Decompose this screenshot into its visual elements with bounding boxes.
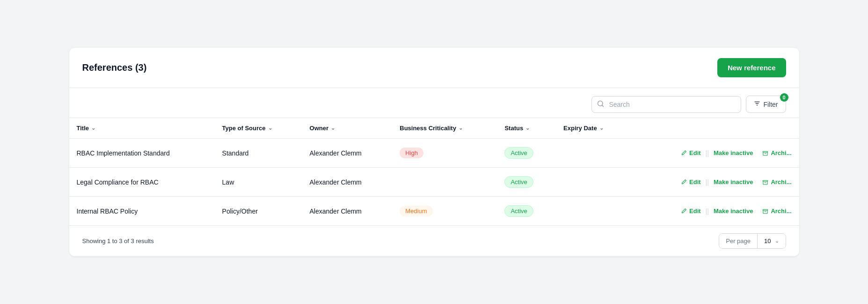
edit-button[interactable]: Edit bbox=[681, 149, 701, 156]
col-actions bbox=[630, 118, 799, 139]
per-page-chevron-icon: ⌄ bbox=[775, 238, 779, 244]
make-inactive-button[interactable]: Make inactive bbox=[714, 208, 753, 215]
status-badge: Active bbox=[504, 176, 533, 188]
cell-status: Active bbox=[497, 197, 556, 226]
references-panel: References (3) New reference Filter 0 bbox=[69, 48, 799, 256]
status-badge: Active bbox=[504, 147, 533, 159]
cell-actions: Edit || Make inactive Archi... bbox=[630, 197, 799, 226]
page-title: References (3) bbox=[82, 62, 147, 73]
filter-label: Filter bbox=[763, 101, 778, 108]
per-page-value: 10 bbox=[764, 237, 771, 245]
search-input[interactable] bbox=[591, 96, 741, 113]
svg-line-1 bbox=[602, 105, 604, 106]
criticality-badge: High bbox=[400, 148, 423, 158]
showing-text: Showing 1 to 3 of 3 results bbox=[82, 237, 154, 245]
svg-rect-3 bbox=[763, 180, 768, 181]
cell-expiry bbox=[556, 197, 630, 226]
title-sort-icon[interactable]: ⌄ bbox=[91, 125, 95, 131]
cell-criticality: Medium bbox=[392, 197, 497, 226]
toolbar: Filter 0 bbox=[69, 88, 799, 118]
owner-sort-icon[interactable]: ⌄ bbox=[331, 125, 335, 131]
col-type-of-source: Type of Source ⌄ bbox=[215, 118, 302, 139]
filter-badge: 0 bbox=[780, 93, 788, 102]
svg-rect-4 bbox=[763, 209, 768, 210]
cell-owner: Alexander Clemm bbox=[302, 139, 393, 168]
col-expiry-date: Expiry Date ⌄ bbox=[556, 118, 630, 139]
cell-expiry bbox=[556, 168, 630, 197]
make-inactive-button[interactable]: Make inactive bbox=[714, 149, 753, 156]
expiry-sort-icon[interactable]: ⌄ bbox=[599, 125, 604, 131]
criticality-badge: Medium bbox=[400, 206, 432, 216]
status-badge: Active bbox=[504, 205, 533, 217]
col-status: Status ⌄ bbox=[497, 118, 556, 139]
make-inactive-button[interactable]: Make inactive bbox=[714, 178, 753, 185]
archive-button[interactable]: Archi... bbox=[762, 178, 791, 185]
table-row: RBAC Implementation Standard Standard Al… bbox=[69, 139, 799, 168]
cell-type: Law bbox=[215, 168, 302, 197]
cell-type: Policy/Other bbox=[215, 197, 302, 226]
cell-title: Internal RBAC Policy bbox=[69, 197, 215, 226]
search-wrapper bbox=[591, 96, 741, 113]
col-business-criticality: Business Criticality ⌄ bbox=[392, 118, 497, 139]
archive-button[interactable]: Archi... bbox=[762, 149, 791, 156]
table-footer: Showing 1 to 3 of 3 results Per page 10 … bbox=[69, 225, 799, 256]
cell-actions: Edit || Make inactive Archi... bbox=[630, 168, 799, 197]
panel-header: References (3) New reference bbox=[69, 48, 799, 88]
cell-criticality: High bbox=[392, 139, 497, 168]
cell-criticality bbox=[392, 168, 497, 197]
cell-expiry bbox=[556, 139, 630, 168]
cell-status: Active bbox=[497, 168, 556, 197]
references-table: Title ⌄ Type of Source ⌄ Owner ⌄ bbox=[69, 118, 799, 225]
action-separator: || bbox=[706, 149, 709, 157]
archive-button[interactable]: Archi... bbox=[762, 208, 791, 215]
col-title: Title ⌄ bbox=[69, 118, 215, 139]
type-sort-icon[interactable]: ⌄ bbox=[268, 125, 272, 131]
action-separator: || bbox=[706, 178, 709, 186]
per-page-control: Per page 10 ⌄ bbox=[719, 233, 786, 249]
cell-actions: Edit || Make inactive Archi... bbox=[630, 139, 799, 168]
status-sort-icon[interactable]: ⌄ bbox=[525, 125, 530, 131]
edit-button[interactable]: Edit bbox=[681, 178, 701, 185]
table-header-row: Title ⌄ Type of Source ⌄ Owner ⌄ bbox=[69, 118, 799, 139]
filter-button[interactable]: Filter 0 bbox=[746, 96, 786, 113]
edit-button[interactable]: Edit bbox=[681, 208, 701, 215]
filter-icon bbox=[754, 100, 760, 108]
references-table-wrap: Title ⌄ Type of Source ⌄ Owner ⌄ bbox=[69, 118, 799, 225]
per-page-label: Per page bbox=[719, 234, 758, 248]
table-row: Legal Compliance for RBAC Law Alexander … bbox=[69, 168, 799, 197]
cell-title: Legal Compliance for RBAC bbox=[69, 168, 215, 197]
criticality-sort-icon[interactable]: ⌄ bbox=[459, 125, 463, 131]
cell-type: Standard bbox=[215, 139, 302, 168]
per-page-select[interactable]: 10 ⌄ bbox=[758, 234, 785, 248]
cell-owner: Alexander Clemm bbox=[302, 168, 393, 197]
new-reference-button[interactable]: New reference bbox=[717, 58, 786, 77]
col-owner: Owner ⌄ bbox=[302, 118, 393, 139]
cell-owner: Alexander Clemm bbox=[302, 197, 393, 226]
cell-status: Active bbox=[497, 139, 556, 168]
table-row: Internal RBAC Policy Policy/Other Alexan… bbox=[69, 197, 799, 226]
cell-title: RBAC Implementation Standard bbox=[69, 139, 215, 168]
svg-rect-2 bbox=[763, 151, 768, 152]
search-icon bbox=[597, 100, 604, 109]
action-separator: || bbox=[706, 208, 709, 215]
